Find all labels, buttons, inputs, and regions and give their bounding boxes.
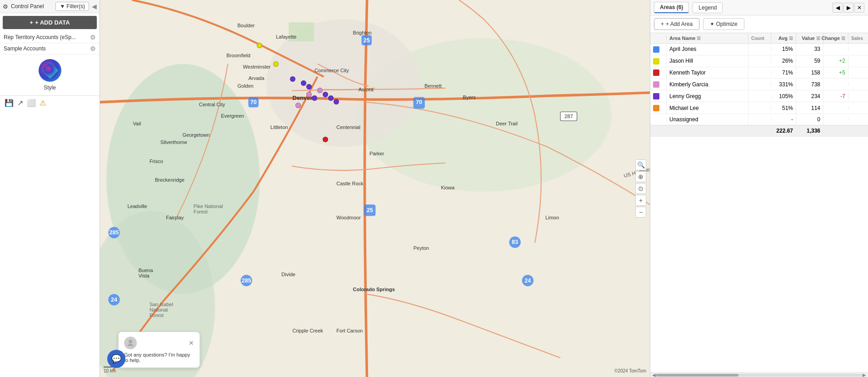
map-pin-purple1 xyxy=(290,76,295,82)
unassigned-name: Unassigned xyxy=(667,114,748,125)
svg-text:25: 25 xyxy=(367,207,373,213)
layer-samples[interactable]: Sample Accounts ⚙ xyxy=(0,43,100,55)
map-background: 70 25 6 83 24 285 24 285 25 70 287 US Hi… xyxy=(100,0,650,377)
layer-samples-label: Sample Accounts xyxy=(4,45,90,52)
filter-map-button[interactable]: ⊕ xyxy=(635,171,646,182)
row-icon-cell xyxy=(650,102,667,114)
scroll-left-icon[interactable]: ◀ xyxy=(652,372,656,377)
map-pin-pink1 xyxy=(306,92,312,97)
sort-area-icon[interactable]: ☰ xyxy=(697,36,701,41)
nav-back-button[interactable]: ◀ xyxy=(833,3,843,13)
row-blank1 xyxy=(748,82,771,87)
warning-icon[interactable]: ⚠ xyxy=(40,99,46,107)
left-panel: ⚙ Control Panel ▼ Filter(s) ◀ + + ADD DA… xyxy=(0,0,100,377)
optimize-button[interactable]: ✦ Optimize xyxy=(703,18,744,30)
tab-legend[interactable]: Legend xyxy=(693,2,723,13)
row-count-chg: -7 xyxy=(823,91,848,102)
plus-area-icon: + xyxy=(661,21,664,27)
add-data-button[interactable]: + + ADD DATA xyxy=(3,16,97,29)
scroll-right-icon[interactable]: ▶ xyxy=(863,372,866,377)
right-panel: Areas (6) Legend ◀ ▶ ✕ + + Add Area ✦ Op… xyxy=(650,0,868,377)
zoom-in-button[interactable]: + xyxy=(635,195,646,206)
row-count-chg xyxy=(823,82,848,87)
tab-areas[interactable]: Areas (6) xyxy=(654,2,689,13)
map-pin-pink3 xyxy=(295,103,301,108)
control-panel-label: Control Panel xyxy=(11,3,44,10)
svg-text:24: 24 xyxy=(524,278,531,284)
table-header: Area Name ☰ Count Avg ☰ Value ☰ Change ☰… xyxy=(650,33,868,44)
filter-button[interactable]: ▼ Filter(s) xyxy=(55,2,89,11)
horizontal-scrollbar[interactable]: ◀ ▶ xyxy=(650,372,868,377)
table-row-3[interactable]: Kimberly Garcia 331% 738 336% 5,593,420 xyxy=(650,79,868,90)
row-count-chg xyxy=(823,47,848,51)
th-count-value: Value ☰ xyxy=(796,33,823,43)
map-pin-red1 xyxy=(323,137,328,142)
svg-text:287: 287 xyxy=(564,114,573,119)
collapse-icon[interactable]: ◀ xyxy=(92,3,97,10)
table-row-2[interactable]: Kenneth Taylor 71% 158 +5 69% 1,157,410 xyxy=(650,67,868,79)
share-icon[interactable]: ↗ xyxy=(17,99,23,107)
row-name: April Jones xyxy=(667,44,748,55)
unassigned-icon-cell xyxy=(650,117,667,122)
summary-count-chg xyxy=(823,129,848,133)
scroll-thumb[interactable] xyxy=(656,374,738,377)
plus-icon: + xyxy=(30,19,33,26)
chat-close-button[interactable]: ✕ xyxy=(189,339,194,347)
row-blank2 xyxy=(848,106,868,110)
nav-close-button[interactable]: ✕ xyxy=(854,3,864,13)
unassigned-blank2 xyxy=(848,117,868,122)
sort-count-avg-icon[interactable]: ☰ xyxy=(789,36,793,41)
style-icon[interactable] xyxy=(39,59,61,82)
summary-icon-cell xyxy=(650,129,667,133)
chat-open-button[interactable]: 💬 xyxy=(107,350,125,368)
table-row-1[interactable]: Jason Hill 26% 59 +2 25% 413,270 xyxy=(650,55,868,67)
row-name: Kimberly Garcia xyxy=(667,79,748,90)
unassigned-row: Unassigned - 0 - 0 xyxy=(650,114,868,125)
row-count-avg: 331% xyxy=(771,79,796,90)
export-icon[interactable]: ⬜ xyxy=(27,99,36,107)
svg-point-30 xyxy=(129,340,132,343)
layer-samples-settings-icon[interactable]: ⚙ xyxy=(90,45,96,52)
row-blank2 xyxy=(848,82,868,87)
map-pin-purple6 xyxy=(328,95,334,101)
map-area[interactable]: 70 25 6 83 24 285 24 285 25 70 287 US Hi… xyxy=(100,0,650,377)
chat-header: ✕ xyxy=(124,337,194,349)
chat-message: Got any questions? I'm happy to help. xyxy=(124,352,194,363)
zoom-out-button[interactable]: − xyxy=(635,207,646,218)
th-count-avg: Avg ☰ xyxy=(771,33,796,43)
svg-text:70: 70 xyxy=(250,99,257,105)
row-blank1 xyxy=(748,70,771,75)
unassigned-count-chg xyxy=(823,117,848,122)
scroll-track[interactable] xyxy=(656,374,863,377)
layer-territory-settings-icon[interactable]: ⚙ xyxy=(90,34,96,41)
action-bar: + + Add Area ✦ Optimize xyxy=(650,15,868,33)
row-count-avg: 51% xyxy=(771,103,796,114)
data-table: Area Name ☰ Count Avg ☰ Value ☰ Change ☰… xyxy=(650,33,868,372)
nav-forward-button[interactable]: ▶ xyxy=(843,3,853,13)
layer-territory-label: Rep Territory Accounts (eSp... xyxy=(4,34,90,40)
th-count-change: Change ☰ xyxy=(823,33,848,43)
sort-count-change-icon[interactable]: ☰ xyxy=(841,36,845,41)
svg-text:24: 24 xyxy=(111,297,117,303)
svg-text:25: 25 xyxy=(364,37,370,44)
row-color-icon xyxy=(653,81,659,88)
summary-row: 222.67 1,336 1,665,400 9,992,400 xyxy=(650,125,868,137)
compass-button[interactable]: ⊙ xyxy=(635,183,646,194)
table-row-5[interactable]: Michael Lee 51% 114 51% 857,240 xyxy=(650,102,868,114)
save-icon[interactable]: 💾 xyxy=(5,99,14,107)
table-row-4[interactable]: Lenny Gregg 105% 234 -7 103% 1,717,970 xyxy=(650,90,868,102)
map-pin-pink2 xyxy=(317,88,323,93)
table-rows-container: April Jones 15% 33 15% 253,090 Jason Hil… xyxy=(650,44,868,114)
add-area-button[interactable]: + + Add Area xyxy=(654,18,699,30)
svg-text:285: 285 xyxy=(242,278,251,284)
row-icon-cell xyxy=(650,79,667,90)
table-row-0[interactable]: April Jones 15% 33 15% 253,090 xyxy=(650,44,868,55)
unassigned-blank1 xyxy=(748,117,771,122)
th-count-group: Count xyxy=(748,34,771,43)
row-count-avg: 105% xyxy=(771,91,796,102)
summary-blank2 xyxy=(848,129,868,133)
row-count-avg: 26% xyxy=(771,55,796,66)
magnify-button[interactable]: 🔍 xyxy=(635,159,646,170)
layer-territory[interactable]: Rep Territory Accounts (eSp... ⚙ xyxy=(0,32,100,43)
sort-count-value-icon[interactable]: ☰ xyxy=(816,36,820,41)
